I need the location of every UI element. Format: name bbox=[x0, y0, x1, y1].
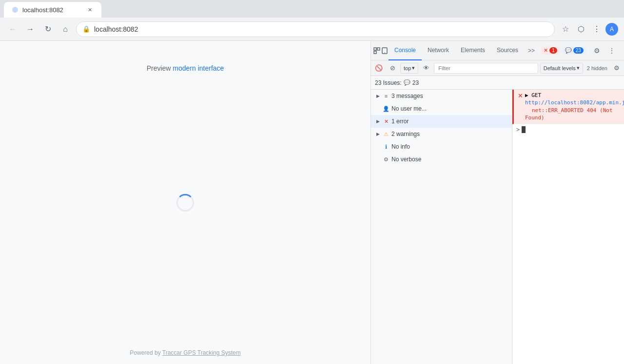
warnings-label: 2 warnings bbox=[391, 131, 508, 137]
filter-input[interactable] bbox=[434, 63, 538, 74]
svg-rect-2 bbox=[377, 48, 380, 50]
svg-rect-1 bbox=[374, 48, 376, 50]
address-bar[interactable]: 🔒 localhost:8082 bbox=[76, 21, 555, 37]
issues-info-item[interactable]: ℹ No info bbox=[371, 140, 512, 153]
expand-error-icon bbox=[375, 118, 381, 124]
issues-panel: ≡ 3 messages 👤 No user me... ✕ 1 error bbox=[371, 90, 512, 364]
verbose-label: No verbose bbox=[391, 156, 508, 163]
reload-button[interactable]: ↻ bbox=[41, 22, 55, 36]
tab-console[interactable]: Console bbox=[389, 41, 422, 60]
error-count-badge: 1 bbox=[549, 47, 557, 54]
tab-network[interactable]: Network bbox=[422, 41, 455, 60]
context-label: top bbox=[404, 65, 411, 71]
toolbar-actions: ☆ ⬡ ⋮ A bbox=[559, 22, 618, 36]
error-icon: ✕ bbox=[383, 118, 390, 125]
home-button[interactable]: ⌂ bbox=[58, 22, 72, 36]
expand-verbose-icon bbox=[375, 156, 381, 162]
browser-tab[interactable]: localhost:8082 ✕ bbox=[4, 2, 101, 18]
browser-chrome: localhost:8082 ✕ ← → ↻ ⌂ 🔒 localhost:808… bbox=[0, 0, 624, 41]
issues-messages-item[interactable]: ≡ 3 messages bbox=[371, 90, 512, 102]
network-tab-label: Network bbox=[428, 47, 449, 54]
console-output-panel: ✕ ▶ GET http://localhost:8082/app.min.js… bbox=[512, 90, 624, 364]
browser-content: Preview modern interface Powered by Trac… bbox=[0, 41, 624, 364]
console-prompt: > bbox=[516, 126, 520, 133]
tab-elements[interactable]: Elements bbox=[455, 41, 491, 60]
devtools-action-buttons: ⚙ ⋮ ✕ bbox=[588, 44, 624, 57]
console-error-icon: ✕ bbox=[518, 92, 523, 99]
eye-filter-button[interactable]: 👁 bbox=[420, 62, 432, 74]
http-method: GET bbox=[531, 92, 541, 98]
devtools-body: ≡ 3 messages 👤 No user me... ✕ 1 error bbox=[371, 90, 624, 364]
log-level-label: Default levels bbox=[544, 65, 576, 71]
chevron-down-icon-levels: ▾ bbox=[577, 65, 580, 71]
issues-number: 23 bbox=[412, 79, 419, 86]
settings-icon[interactable]: ⋮ bbox=[590, 22, 604, 36]
expand-user-icon bbox=[375, 106, 381, 112]
issues-warnings-item[interactable]: ⚠ 2 warnings bbox=[371, 128, 512, 140]
browser-toolbar: ← → ↻ ⌂ 🔒 localhost:8082 ☆ ⬡ ⋮ A bbox=[0, 18, 624, 41]
tab-bar: localhost:8082 ✕ bbox=[0, 0, 624, 18]
loading-spinner bbox=[176, 194, 194, 211]
info-label: No info bbox=[391, 143, 508, 150]
info-icon: ℹ bbox=[383, 143, 390, 150]
svg-point-5 bbox=[384, 52, 385, 53]
message-count-badge: 23 bbox=[573, 47, 584, 54]
expand-triangle[interactable]: ▶ bbox=[525, 92, 528, 98]
devtools-console-toolbar: 🚫 ⊘ top ▾ 👁 Default levels ▾ 2 hidden ⚙ bbox=[371, 60, 624, 76]
svg-rect-3 bbox=[374, 51, 376, 54]
extensions-icon[interactable]: ⬡ bbox=[574, 22, 588, 36]
issues-user-item[interactable]: 👤 No user me... bbox=[371, 102, 512, 115]
devtools-panel: Console Network Elements Sources >> ✕ 1 bbox=[370, 41, 624, 364]
error-url[interactable]: http://localhost:8082/app.min.js bbox=[525, 99, 624, 106]
issues-chat-icon: 💬 bbox=[404, 79, 410, 86]
warning-icon: ⚠ bbox=[383, 131, 390, 137]
devtools-more-options[interactable]: ⋮ bbox=[605, 44, 619, 57]
issues-bar: 23 Issues: 💬 23 bbox=[371, 76, 624, 90]
list-icon: ≡ bbox=[383, 93, 390, 99]
error-badge[interactable]: ✕ 1 bbox=[541, 46, 560, 55]
devtools-tabs: Console Network Elements Sources >> bbox=[389, 41, 539, 60]
context-dropdown[interactable]: top ▾ bbox=[400, 63, 418, 74]
forward-button[interactable]: → bbox=[23, 22, 37, 36]
console-cursor[interactable] bbox=[522, 126, 526, 133]
svg-point-0 bbox=[12, 7, 18, 13]
console-settings-button[interactable]: ⚙ bbox=[611, 63, 622, 74]
back-button[interactable]: ← bbox=[6, 22, 20, 36]
message-badge[interactable]: 💬 23 bbox=[562, 46, 586, 55]
preview-label: Preview bbox=[147, 64, 171, 72]
issues-error-item[interactable]: ✕ 1 error bbox=[371, 115, 512, 128]
messages-label: 3 messages bbox=[391, 93, 508, 99]
verbose-icon: ⚙ bbox=[383, 156, 390, 163]
expand-info-icon bbox=[375, 144, 381, 150]
expand-warnings-icon bbox=[375, 131, 381, 137]
expand-messages-icon bbox=[375, 93, 381, 99]
preview-link[interactable]: modern interface bbox=[173, 64, 224, 72]
console-error-entry: ✕ ▶ GET http://localhost:8082/app.min.js… bbox=[512, 90, 624, 124]
clear-console-button[interactable]: 🚫 bbox=[373, 62, 385, 74]
hidden-count: 2 hidden bbox=[585, 65, 609, 71]
issues-verbose-item[interactable]: ⚙ No verbose bbox=[371, 153, 512, 166]
inspect-element-button[interactable] bbox=[373, 44, 381, 57]
address-text: localhost:8082 bbox=[94, 25, 138, 33]
user-icon: 👤 bbox=[383, 105, 390, 112]
elements-tab-label: Elements bbox=[461, 47, 485, 54]
more-tabs-button[interactable]: >> bbox=[524, 41, 539, 60]
star-icon[interactable]: ☆ bbox=[559, 22, 572, 36]
page-content: Preview modern interface Powered by Trac… bbox=[0, 41, 370, 364]
chevron-down-icon: ▾ bbox=[412, 65, 415, 71]
tab-sources[interactable]: Sources bbox=[491, 41, 524, 60]
profile-avatar[interactable]: A bbox=[605, 23, 618, 36]
devtools-header: Console Network Elements Sources >> ✕ 1 bbox=[371, 41, 624, 60]
devtools-close-button[interactable]: ✕ bbox=[620, 44, 624, 57]
console-error-text: ▶ GET http://localhost:8082/app.min.js n… bbox=[525, 92, 624, 122]
powered-by-label: Powered by bbox=[130, 349, 160, 356]
devtools-settings-button[interactable]: ⚙ bbox=[590, 44, 604, 57]
device-toolbar-button[interactable] bbox=[381, 44, 389, 57]
tab-favicon bbox=[12, 6, 19, 13]
log-level-dropdown[interactable]: Default levels ▾ bbox=[540, 63, 583, 74]
powered-by-link[interactable]: Traccar GPS Tracking System bbox=[162, 349, 241, 356]
preserve-log-button[interactable]: ⊘ bbox=[387, 62, 398, 74]
tab-title: localhost:8082 bbox=[22, 6, 63, 14]
lock-icon: 🔒 bbox=[82, 25, 90, 33]
tab-close-button[interactable]: ✕ bbox=[86, 6, 94, 14]
